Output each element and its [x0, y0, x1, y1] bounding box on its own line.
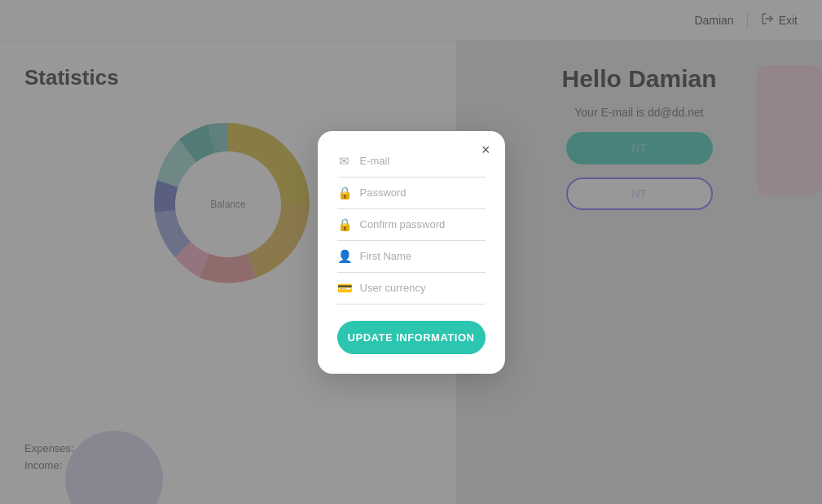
- modal-close-button[interactable]: ×: [481, 142, 490, 157]
- password-field-group: 🔒: [337, 177, 486, 209]
- currency-input[interactable]: [360, 282, 486, 294]
- email-icon: ✉: [337, 154, 352, 169]
- first-name-input[interactable]: [360, 250, 486, 262]
- confirm-password-field-group: 🔒: [337, 209, 486, 241]
- user-icon: 👤: [337, 249, 352, 264]
- update-info-modal: × ✉ 🔒 🔒 👤 💳 UPDATE INFORMATION: [318, 131, 505, 374]
- lock-icon: 🔒: [337, 186, 352, 200]
- currency-field-group: 💳: [337, 273, 486, 305]
- modal-overlay: × ✉ 🔒 🔒 👤 💳 UPDATE INFORMATION: [0, 0, 822, 504]
- currency-icon: 💳: [337, 281, 352, 296]
- confirm-password-input[interactable]: [360, 218, 486, 230]
- first-name-field-group: 👤: [337, 241, 486, 273]
- password-input[interactable]: [360, 186, 486, 199]
- email-input[interactable]: [360, 155, 486, 167]
- lock-confirm-icon: 🔒: [337, 217, 352, 232]
- update-information-button[interactable]: UPDATE INFORMATION: [337, 321, 486, 354]
- email-field-group: ✉: [337, 154, 486, 177]
